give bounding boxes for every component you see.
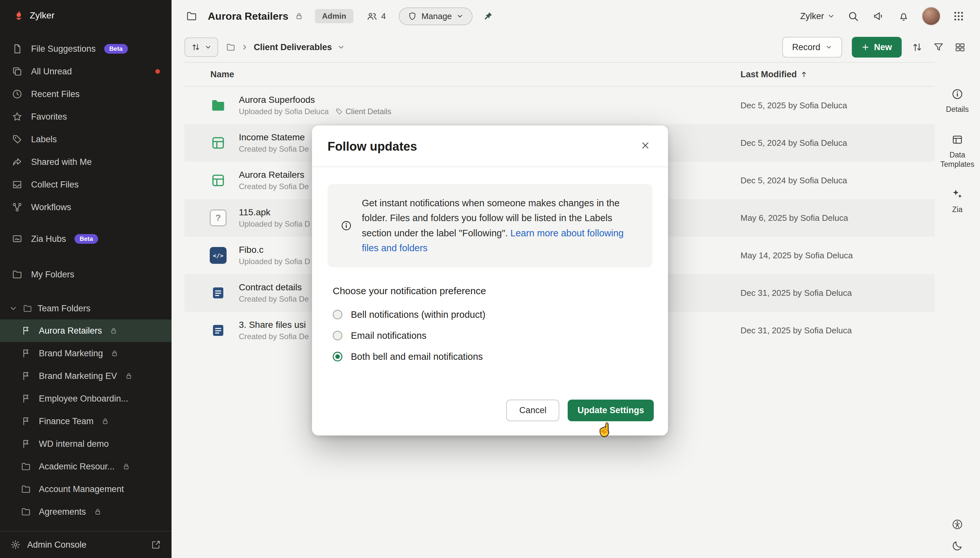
radio-label: Email notifications (351, 330, 427, 341)
modal-title: Follow updates (328, 140, 417, 154)
follow-updates-modal: Follow updates Get instant notifications… (312, 125, 668, 435)
radio-button[interactable] (333, 352, 343, 361)
update-settings-button[interactable]: Update Settings (568, 400, 654, 421)
radio-label: Both bell and email notifications (351, 351, 483, 362)
radio-label: Bell notifications (within product) (351, 309, 486, 320)
info-banner: Get instant notifications when someone m… (328, 184, 652, 268)
modal-body: Get instant notifications when someone m… (312, 167, 668, 362)
modal-footer: Cancel Update Settings (312, 373, 668, 435)
radio-button[interactable] (333, 310, 343, 319)
cancel-button[interactable]: Cancel (506, 400, 559, 421)
close-button[interactable] (638, 138, 652, 155)
radio-button[interactable] (333, 331, 343, 340)
info-text: Get instant notifications when someone m… (362, 195, 639, 256)
modal-overlay: Follow updates Get instant notifications… (0, 0, 980, 558)
modal-header: Follow updates (312, 125, 668, 167)
close-icon (641, 141, 650, 150)
preference-heading: Choose your notification preference (328, 286, 652, 297)
radio-option-bell[interactable]: Bell notifications (within product) (333, 309, 652, 320)
app-root: Zylker File Suggestions Beta All Unread … (0, 0, 980, 558)
radio-option-email[interactable]: Email notifications (333, 330, 652, 341)
info-icon (341, 220, 352, 231)
radio-option-both[interactable]: Both bell and email notifications (333, 351, 652, 362)
